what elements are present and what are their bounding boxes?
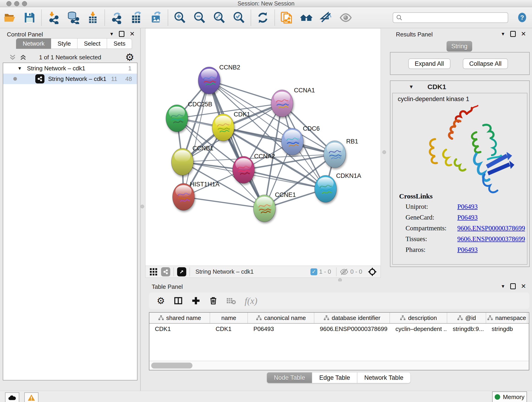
gene-entry-header[interactable]: ▼ CDK1 <box>390 81 529 93</box>
table-cell[interactable]: cyclin–dependent ... <box>390 324 447 334</box>
crosslink-value-link[interactable]: 9606.ENSP00000378699 <box>457 235 525 243</box>
gene-caret-icon[interactable]: ▼ <box>409 84 414 90</box>
network-row-selected[interactable]: String Network – cdk1 11 48 <box>3 74 137 84</box>
cloud-status-button[interactable] <box>5 392 19 402</box>
function-builder-icon[interactable]: f(x) <box>245 295 258 306</box>
show-all-button[interactable] <box>336 8 355 27</box>
network-edge[interactable] <box>209 80 264 208</box>
table-panel-close-icon[interactable]: ✕ <box>521 284 526 288</box>
hide-unselected-button[interactable] <box>316 8 336 27</box>
results-panel-close-icon[interactable]: ✕ <box>521 32 526 36</box>
tab-string[interactable]: String <box>447 41 472 51</box>
network-node-cdc25b[interactable] <box>166 105 188 132</box>
column-header-database-identifier[interactable]: database identifier <box>314 313 390 323</box>
column-header--id[interactable]: @id <box>447 313 486 323</box>
control-panel-close-icon[interactable]: ✕ <box>129 32 135 36</box>
string-import-button[interactable] <box>277 8 297 27</box>
column-header-canonical-name[interactable]: canonical name <box>248 313 314 323</box>
zoom-selected-button[interactable] <box>229 8 249 27</box>
right-splitter-handle[interactable] <box>382 150 386 154</box>
table-cell[interactable]: stringdb:9... <box>447 324 486 334</box>
table-cell[interactable]: stringdb <box>486 324 527 334</box>
table-cell[interactable]: CDK1 <box>149 324 210 334</box>
tab-edge-table[interactable]: Edge Table <box>312 372 357 383</box>
table-panel-float-icon[interactable] <box>510 283 516 289</box>
export-image-button[interactable] <box>146 8 166 27</box>
collapse-all-button[interactable]: Collapse All <box>463 58 508 69</box>
add-column-icon[interactable] <box>191 296 200 305</box>
export-network-button[interactable] <box>107 8 127 27</box>
memory-button[interactable]: Memory <box>492 391 527 402</box>
network-edge[interactable] <box>184 197 264 208</box>
results-panel-float-icon[interactable] <box>510 31 516 37</box>
zoom-fit-button[interactable] <box>209 8 229 27</box>
column-header-namespace[interactable]: namespace <box>486 313 527 323</box>
apply-style-refresh-button[interactable] <box>253 8 273 27</box>
column-header-shared-name[interactable]: shared name <box>149 313 210 323</box>
table-horizontal-scrollbar[interactable] <box>149 361 529 370</box>
crosslink-value-link[interactable]: P06493 <box>457 203 478 211</box>
network-options-gear-icon[interactable]: ⚙ <box>125 52 134 62</box>
warnings-button[interactable] <box>24 392 38 402</box>
column-header-name[interactable]: name <box>210 313 248 323</box>
node-table[interactable]: shared namenamecanonical namedatabase id… <box>149 312 529 370</box>
scrollbar-thumb[interactable] <box>151 363 192 369</box>
delete-table-icon[interactable] <box>226 296 236 306</box>
show-columns-icon[interactable] <box>174 296 183 305</box>
save-session-button[interactable] <box>20 8 39 27</box>
delete-column-icon[interactable] <box>209 296 218 305</box>
string-home-button[interactable] <box>297 8 316 27</box>
network-node-cdk1[interactable] <box>212 114 234 141</box>
table-cell[interactable]: CDK1 <box>210 324 248 334</box>
network-collection-row[interactable]: ▼ String Network – cdk1 1 <box>3 63 137 74</box>
import-network-from-database-button[interactable] <box>63 8 83 27</box>
import-table-button[interactable] <box>83 8 103 27</box>
expand-all-button[interactable]: Expand All <box>408 58 450 69</box>
help-button[interactable]: ? <box>516 11 528 25</box>
column-header-description[interactable]: description <box>390 313 447 323</box>
search-input[interactable] <box>405 13 508 22</box>
search-box[interactable] <box>393 12 508 23</box>
table-panel-menu-icon[interactable]: ▼ <box>501 284 505 289</box>
tab-network[interactable]: Network <box>16 38 51 49</box>
tab-sets[interactable]: Sets <box>107 38 132 49</box>
export-table-button[interactable] <box>127 8 146 27</box>
network-graph[interactable]: CCNB2CCNA1CDC25BCDK1CDC6RB1CCNB1CCNA2CDK… <box>146 28 380 266</box>
network-node-cdkn1a[interactable] <box>315 175 336 202</box>
network-node-ccna2[interactable] <box>233 156 254 183</box>
birds-eye-view-icon[interactable] <box>177 267 186 276</box>
table-row[interactable]: CDK1CDK1P064939606.ENSP00000378699cyclin… <box>149 324 529 334</box>
zoom-out-button[interactable] <box>190 8 209 27</box>
tab-style[interactable]: Style <box>51 38 77 49</box>
table-options-gear-icon[interactable]: ⚙ <box>157 296 165 306</box>
network-node-ccne1[interactable] <box>253 195 275 222</box>
network-edge[interactable] <box>209 80 282 103</box>
open-session-button[interactable] <box>0 8 20 27</box>
network-node-cdc6[interactable] <box>281 128 303 155</box>
tab-network-table[interactable]: Network Table <box>357 372 411 383</box>
network-node-ccna1[interactable] <box>271 90 293 117</box>
network-edge[interactable] <box>244 170 326 189</box>
network-node-ccnb2[interactable] <box>198 67 220 94</box>
network-node-rb1[interactable] <box>324 141 346 168</box>
import-network-button[interactable] <box>44 8 63 27</box>
control-panel-menu-icon[interactable]: ▼ <box>109 32 114 37</box>
collection-caret-icon[interactable]: ▼ <box>17 66 22 71</box>
control-panel-float-icon[interactable] <box>119 31 124 37</box>
network-view-mode-icon[interactable] <box>161 267 170 276</box>
crosshair-icon[interactable] <box>367 267 377 277</box>
network-canvas[interactable]: CCNB2CCNA1CDC25BCDK1CDC6RB1CCNB1CCNA2CDK… <box>145 28 381 266</box>
tab-select[interactable]: Select <box>77 38 107 49</box>
selected-checkbox-icon[interactable]: ✓ <box>310 268 317 275</box>
crosslink-value-link[interactable]: P06493 <box>457 214 478 221</box>
grid-mode-icon[interactable] <box>149 268 158 276</box>
crosslink-value-link[interactable]: P06493 <box>457 246 478 254</box>
left-splitter-handle[interactable] <box>140 205 144 208</box>
crosslink-value-link[interactable]: 9606.ENSP00000378699 <box>457 224 525 232</box>
zoom-in-button[interactable] <box>170 8 190 27</box>
network-node-ccnb1[interactable] <box>171 148 193 175</box>
tab-node-table[interactable]: Node Table <box>267 372 312 383</box>
table-cell[interactable]: P06493 <box>248 324 314 334</box>
results-panel-menu-icon[interactable]: ▼ <box>501 32 505 37</box>
table-cell[interactable]: 9606.ENSP00000378699 <box>314 324 390 334</box>
